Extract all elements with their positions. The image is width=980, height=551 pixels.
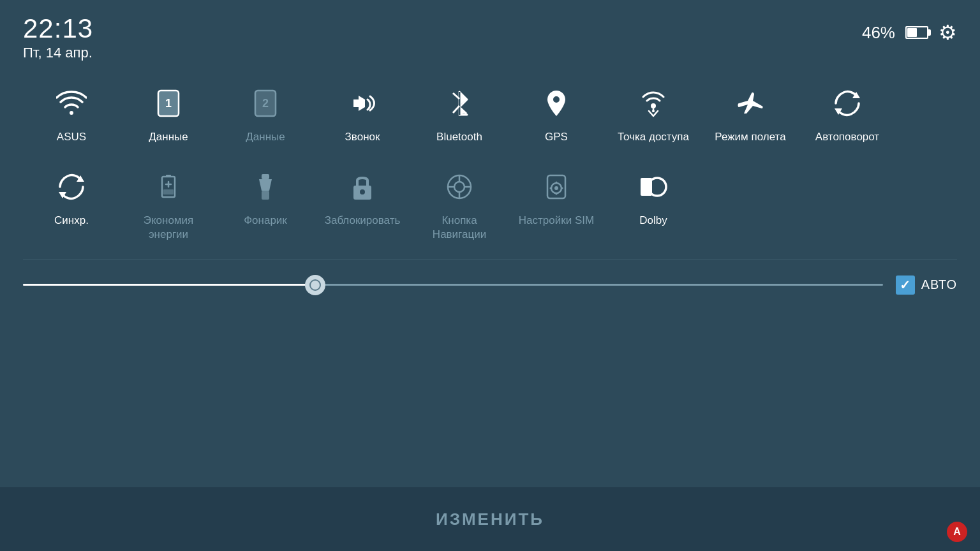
brightness-slider[interactable] — [23, 272, 883, 298]
tile-dolby-label: Dolby — [639, 214, 667, 227]
tile-gps-label: GPS — [545, 130, 568, 143]
svg-point-12 — [553, 96, 560, 103]
tile-hotspot-label: Точка доступа — [618, 130, 689, 143]
svg-rect-21 — [166, 175, 171, 177]
svg-point-39 — [556, 193, 558, 195]
check-icon: ✓ — [900, 277, 910, 293]
tile-lock[interactable]: Заблокировать — [314, 161, 411, 232]
svg-rect-26 — [262, 191, 269, 200]
gps-icon — [536, 83, 577, 124]
tiles-row-1: ASUS 1 Данные 2 Данные — [23, 78, 957, 149]
svg-point-37 — [554, 186, 558, 190]
svg-point-30 — [454, 182, 464, 192]
slider-thumb[interactable] — [305, 275, 325, 295]
svg-point-40 — [550, 187, 552, 189]
lock-icon — [342, 166, 383, 207]
flashlight-icon — [245, 166, 286, 207]
svg-point-38 — [556, 182, 558, 184]
clock-display: 22:13 — [23, 15, 93, 42]
battery-save-icon — [148, 166, 189, 207]
battery-icon — [905, 26, 928, 39]
tile-sound-label: Звонок — [345, 130, 380, 143]
tile-rotate-label: Автоповорот — [815, 130, 879, 143]
tile-sync-label: Синхр. — [54, 214, 89, 227]
hotspot-icon — [633, 83, 674, 124]
svg-text:1: 1 — [165, 97, 172, 110]
tile-battery-save-label: Экономия энергии — [122, 214, 214, 241]
asus-logo: A — [947, 522, 967, 542]
auto-label: АВТО — [921, 277, 957, 292]
bluetooth-icon — [439, 83, 480, 124]
tile-data1[interactable]: 1 Данные — [120, 78, 217, 149]
svg-rect-24 — [163, 189, 174, 195]
tile-battery-save[interactable]: Экономия энергии — [120, 161, 217, 246]
slider-thumb-inner — [309, 279, 321, 291]
tile-rotate[interactable]: Автоповорот — [799, 78, 896, 149]
tile-sync[interactable]: Синхр. — [23, 161, 120, 232]
tile-data2-label: Данные — [246, 130, 285, 143]
tile-nav[interactable]: Кнопка Навигации — [411, 161, 508, 246]
tile-lock-label: Заблокировать — [325, 214, 401, 227]
header: 22:13 Пт, 14 апр. 46% ⚙ — [0, 0, 980, 71]
change-button[interactable]: ИЗМЕНИТЬ — [436, 510, 544, 529]
tile-data2[interactable]: 2 Данные — [217, 78, 314, 149]
divider — [23, 259, 957, 260]
svg-text:2: 2 — [262, 97, 269, 110]
tile-bluetooth-label: Bluetooth — [436, 130, 482, 143]
auto-checkbox-box: ✓ — [896, 276, 915, 295]
time-block: 22:13 Пт, 14 апр. — [23, 15, 93, 61]
tile-sim-settings-label: Настройки SIM — [519, 214, 594, 227]
tile-hotspot[interactable]: Точка доступа — [605, 78, 702, 149]
auto-brightness-toggle[interactable]: ✓ АВТО — [896, 276, 957, 295]
airplane-icon — [730, 83, 771, 124]
tile-bluetooth[interactable]: Bluetooth — [411, 78, 508, 149]
rotate-icon — [827, 83, 868, 124]
slider-track — [23, 284, 883, 286]
brightness-section: ✓ АВТО — [0, 266, 980, 298]
battery-percentage: 46% — [862, 23, 895, 43]
tiles-row-2: Синхр. Экономия энергии — [23, 161, 957, 246]
sound-icon — [342, 83, 383, 124]
status-block: 46% ⚙ — [862, 15, 957, 45]
tile-airplane[interactable]: Режим полета — [702, 78, 799, 149]
sim2-icon: 2 — [245, 83, 286, 124]
quick-tiles-row1: ASUS 1 Данные 2 Данные — [0, 71, 980, 246]
tile-data1-label: Данные — [149, 130, 188, 143]
sim-settings-icon — [536, 166, 577, 207]
date-display: Пт, 14 апр. — [23, 45, 93, 61]
sync-icon — [51, 166, 92, 207]
tile-flashlight[interactable]: Фонарик — [217, 161, 314, 232]
tile-dolby[interactable]: Dolby — [605, 161, 702, 232]
svg-rect-7 — [353, 99, 359, 107]
tile-wifi-label: ASUS — [57, 130, 86, 143]
wifi-icon — [51, 83, 92, 124]
slider-fill — [23, 284, 315, 286]
change-button-section[interactable]: ИЗМЕНИТЬ — [0, 487, 980, 551]
svg-point-28 — [360, 189, 365, 195]
nav-icon — [439, 166, 480, 207]
svg-point-41 — [561, 187, 563, 189]
svg-marker-6 — [359, 96, 365, 111]
svg-point-13 — [651, 103, 656, 108]
sim1-icon: 1 — [148, 83, 189, 124]
tile-sound[interactable]: Звонок — [314, 78, 411, 149]
tile-sim-settings[interactable]: Настройки SIM — [508, 161, 605, 232]
tile-nav-label: Кнопка Навигации — [413, 214, 505, 241]
tile-wifi[interactable]: ASUS — [23, 78, 120, 149]
tile-gps[interactable]: GPS — [508, 78, 605, 149]
tile-flashlight-label: Фонарик — [244, 214, 287, 227]
svg-rect-25 — [262, 174, 269, 179]
dolby-icon — [633, 166, 674, 207]
tile-airplane-label: Режим полета — [715, 130, 785, 143]
settings-icon[interactable]: ⚙ — [939, 20, 957, 45]
